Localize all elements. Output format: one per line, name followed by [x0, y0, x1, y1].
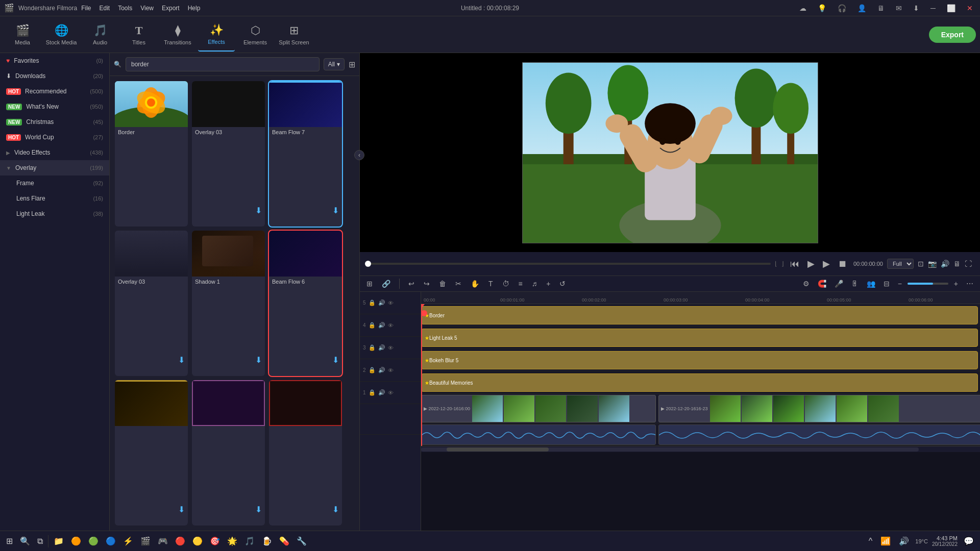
quality-select[interactable]: Full 1/2 1/4	[887, 259, 914, 269]
search-taskbar-button[interactable]: 🔍	[18, 534, 32, 548]
app-10-button[interactable]: 🎯	[208, 534, 222, 548]
settings-btn[interactable]: ⚙	[800, 278, 812, 289]
audio-clip-2[interactable]	[658, 424, 980, 445]
sidebar-item-whats-new[interactable]: NEW What's New (950)	[0, 99, 109, 114]
effect-card-7[interactable]: ⬇	[115, 380, 188, 525]
app-8-button[interactable]: 🔴	[173, 534, 187, 548]
app-11-button[interactable]: 🌟	[225, 534, 239, 548]
file-explorer-button[interactable]: 📁	[52, 534, 66, 548]
track-1-audio[interactable]: 🔊	[378, 389, 386, 396]
app-2-button[interactable]: 🟠	[69, 534, 83, 548]
render-icon[interactable]: 🖥	[953, 260, 961, 268]
screen-btn[interactable]: 🖥	[874, 3, 888, 13]
track-area[interactable]: 00:00 00:00:01:00 00:00:02:00 00:00:03:0…	[421, 292, 980, 531]
toolbar-split-screen[interactable]: ⊞ Split Screen	[276, 18, 312, 52]
sidebar-item-downloads[interactable]: ⬇ Downloads (20)	[0, 68, 109, 84]
scroll-track[interactable]	[421, 447, 919, 452]
skip-back-button[interactable]: ⏮	[788, 257, 801, 271]
progress-thumb[interactable]	[365, 261, 371, 267]
sidebar-item-frame[interactable]: Frame (92)	[0, 176, 109, 191]
track-3-lock[interactable]: 🔒	[368, 344, 376, 352]
timer-tool[interactable]: ⏱	[500, 278, 512, 289]
network-icon[interactable]: 📶	[878, 534, 893, 548]
text-tool[interactable]: T	[486, 278, 496, 289]
sidebar-item-favorites[interactable]: ♥ Favorites (0)	[0, 53, 109, 68]
effect-card-overlay03b[interactable]: Overlay 03 ⬇	[115, 231, 188, 376]
effect-card-8[interactable]: ⬇	[192, 380, 265, 525]
mail-btn[interactable]: ✉	[893, 3, 905, 13]
task-view-button[interactable]: ⧉	[35, 535, 45, 548]
effect-card-9[interactable]: ⬇	[269, 380, 342, 525]
stop-button[interactable]: ⏹	[836, 257, 849, 271]
track-4-audio[interactable]: 🔊	[378, 321, 386, 329]
app-7-button[interactable]: 🎮	[156, 534, 170, 548]
play-alt-button[interactable]: ▶	[821, 256, 832, 271]
zoom-slider[interactable]	[908, 283, 948, 285]
system-tray-expand[interactable]: ^	[867, 535, 875, 548]
split-btn[interactable]: ⊟	[881, 278, 892, 289]
clip-border[interactable]: ★ Border	[421, 306, 978, 324]
menu-view[interactable]: View	[140, 5, 154, 12]
menu-export[interactable]: Export	[162, 5, 180, 12]
track-2-audio[interactable]: 🔊	[378, 366, 386, 374]
progress-bar[interactable]	[368, 263, 771, 265]
effect-card-border[interactable]: Border	[115, 81, 188, 227]
cloud-btn[interactable]: ☁	[796, 3, 810, 13]
settings-tool[interactable]: ≡	[516, 278, 525, 289]
export-button[interactable]: Export	[929, 27, 976, 43]
sidebar-item-overlay[interactable]: ▼ Overlay (199)	[0, 160, 109, 176]
toolbar-media[interactable]: 🎬 Media	[4, 18, 41, 52]
track-5-audio[interactable]: 🔊	[378, 299, 386, 307]
effect-card-shadow1[interactable]: Shadow 1 ⬇	[192, 231, 265, 376]
collapse-panel-button[interactable]: ‹	[354, 150, 364, 160]
timeline-scrollbar[interactable]	[421, 446, 980, 452]
effect-card-overlay03a[interactable]: Overlay 03 ⬇	[192, 81, 265, 227]
sidebar-item-recommended[interactable]: HOT Recommended (500)	[0, 84, 109, 99]
audio-clip-1[interactable]	[421, 424, 656, 445]
clip-light-leak[interactable]: ★ Light Leak 5	[421, 329, 978, 347]
filter-dropdown[interactable]: All ▾	[324, 58, 345, 70]
undo-button[interactable]: ↩	[406, 278, 417, 289]
toolbar-elements[interactable]: ⬡ Elements	[237, 18, 274, 52]
app-15-button[interactable]: 🔧	[295, 534, 309, 548]
play-button[interactable]: ▶	[805, 256, 817, 271]
toolbar-transitions[interactable]: ⧫ Transitions	[159, 18, 196, 52]
headset-btn[interactable]: 🎧	[835, 3, 849, 13]
hand-tool[interactable]: ✋	[468, 278, 482, 289]
mix-btn[interactable]: 🎚	[849, 278, 861, 289]
search-input[interactable]	[126, 57, 320, 71]
zoom-out-btn[interactable]: −	[895, 278, 904, 289]
toolbar-audio[interactable]: 🎵 Audio	[82, 18, 118, 52]
track-5-lock[interactable]: 🔒	[368, 299, 376, 307]
bulb-btn[interactable]: 💡	[815, 3, 829, 13]
scroll-thumb[interactable]	[447, 447, 549, 452]
app-5-button[interactable]: ⚡	[121, 534, 135, 548]
cut-button[interactable]: ✂	[453, 278, 464, 289]
fit-screen-icon[interactable]: ⊡	[918, 260, 924, 268]
effect-card-beamflow7[interactable]: Beam Flow 7 ⬇	[269, 81, 342, 227]
timeline-link[interactable]: 🔗	[379, 278, 393, 289]
track-3-eye[interactable]: 👁	[387, 344, 394, 352]
filmora-taskbar-button[interactable]: 🎬	[138, 534, 153, 548]
video-clip-1[interactable]: ▶ 2022-12-20-1616:00	[421, 395, 656, 422]
track-4-lock[interactable]: 🔒	[368, 321, 376, 329]
audio-tool[interactable]: ♬	[529, 278, 540, 289]
notifications-button[interactable]: 💬	[962, 534, 976, 548]
redo-button[interactable]: ↪	[421, 278, 432, 289]
app-13-button[interactable]: 🍺	[260, 534, 274, 548]
app-14-button[interactable]: 💊	[277, 534, 291, 548]
track-1-eye[interactable]: 👁	[387, 389, 394, 396]
minimize-btn[interactable]: ─	[927, 3, 939, 13]
volume-icon[interactable]: 🔊	[941, 260, 949, 268]
close-btn[interactable]: ✕	[964, 3, 976, 13]
sidebar-item-christmas[interactable]: NEW Christmas (45)	[0, 114, 109, 130]
chrome-button[interactable]: 🔵	[104, 534, 118, 548]
track-5-eye[interactable]: 👁	[387, 299, 394, 307]
rotate-tool[interactable]: ↺	[557, 278, 568, 289]
volume-taskbar-icon[interactable]: 🔊	[897, 534, 911, 548]
track-3-audio[interactable]: 🔊	[378, 344, 386, 352]
app-12-button[interactable]: 🎵	[242, 534, 257, 548]
track-1-lock[interactable]: 🔒	[368, 389, 376, 396]
collab-btn[interactable]: 👥	[864, 278, 878, 289]
maximize-btn[interactable]: ⬜	[944, 3, 959, 13]
